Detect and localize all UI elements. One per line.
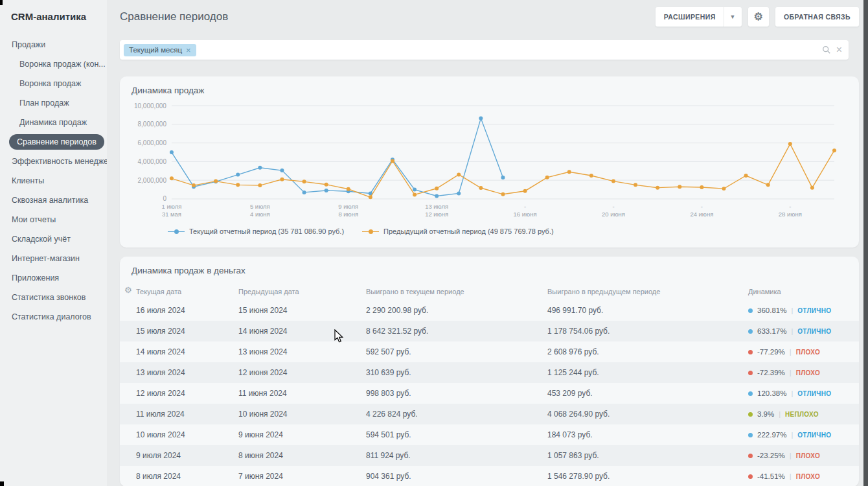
sidebar-item[interactable]: Сквозная аналитика bbox=[0, 191, 107, 210]
dynamics-cell: -23.25%|ПЛОХО bbox=[748, 452, 859, 459]
sidebar-item[interactable]: Приложения bbox=[0, 268, 107, 288]
table-settings-gear-icon[interactable]: ⚙ bbox=[124, 286, 132, 294]
table-row[interactable]: 12 июля 202411 июня 2024998 803 руб.453 … bbox=[120, 383, 859, 404]
current-date-cell: 13 июля 2024 bbox=[136, 368, 238, 377]
current-won-cell: 4 226 824 руб. bbox=[366, 410, 547, 419]
previous-won-cell: 1 178 754.06 руб. bbox=[547, 327, 748, 336]
sales-dynamics-chart: 02,000,0004,000,0006,000,0008,000,00010,… bbox=[131, 102, 842, 225]
svg-text:10,000,000: 10,000,000 bbox=[134, 102, 166, 110]
dynamics-percent: 120.38% bbox=[757, 389, 786, 397]
current-date-cell: 15 июля 2024 bbox=[136, 327, 238, 336]
table-row[interactable]: 11 июля 202410 июня 20244 226 824 руб.4 … bbox=[120, 404, 859, 424]
legend-label: Предыдущий отчетный период (49 875 769.7… bbox=[383, 227, 554, 235]
table-row[interactable]: 14 июля 202413 июня 2024592 507 руб.2 60… bbox=[120, 341, 859, 362]
cell-divider: | bbox=[790, 472, 792, 480]
previous-date-cell: 13 июня 2024 bbox=[238, 347, 366, 356]
sidebar-item[interactable]: Статистика звонков bbox=[0, 288, 107, 307]
current-won-cell: 310 639 руб. bbox=[366, 368, 547, 377]
sidebar-item[interactable]: Статистика диалогов bbox=[0, 307, 107, 327]
chart-title: Динамика продаж bbox=[131, 86, 842, 95]
current-won-cell: 592 507 руб. bbox=[366, 347, 547, 356]
previous-date-cell: 12 июня 2024 bbox=[238, 368, 366, 377]
current-won-cell: 594 501 руб. bbox=[366, 430, 547, 439]
status-label: НЕПЛОХО bbox=[785, 411, 819, 418]
table-row[interactable]: 16 июля 202415 июня 20242 290 200.98 руб… bbox=[120, 300, 859, 321]
filter-clear-icon[interactable]: × bbox=[836, 45, 842, 55]
settings-button[interactable]: ⚙ bbox=[748, 7, 769, 27]
search-icon[interactable] bbox=[822, 45, 831, 54]
table-row[interactable]: 13 июля 202412 июня 2024310 639 руб.1 12… bbox=[120, 362, 859, 383]
sidebar-item-label: Воронка продаж bbox=[19, 79, 81, 88]
table-row[interactable]: 15 июля 202414 июня 20248 642 321.52 руб… bbox=[120, 321, 859, 341]
dynamics-percent: -41.51% bbox=[757, 472, 785, 480]
sales-dynamics-card: Динамика продаж 02,000,0004,000,0006,000… bbox=[120, 76, 859, 248]
previous-date-cell: 8 июня 2024 bbox=[238, 451, 366, 460]
previous-won-cell: 184 073 руб. bbox=[547, 430, 748, 439]
svg-text:-: - bbox=[524, 203, 526, 210]
extensions-button[interactable]: РАСШИРЕНИЯ ▼ bbox=[656, 7, 742, 27]
status-label: ОТЛИЧНО bbox=[797, 307, 831, 314]
table-row[interactable]: 9 июля 20248 июня 2024811 924 руб.1 057 … bbox=[120, 445, 859, 466]
chevron-down-icon[interactable]: ▼ bbox=[724, 14, 742, 20]
sidebar-item[interactable]: План продаж bbox=[0, 93, 107, 113]
status-label: ПЛОХО bbox=[796, 452, 820, 459]
chip-close-icon[interactable]: × bbox=[186, 46, 191, 54]
column-header[interactable]: Предыдущая дата bbox=[238, 288, 366, 295]
sidebar-item-label: План продаж bbox=[19, 98, 69, 108]
cell-divider: | bbox=[791, 431, 793, 439]
column-header[interactable]: Выиграно в предыдущем периоде bbox=[547, 288, 748, 295]
filter-chip[interactable]: Текущий месяц × bbox=[124, 44, 196, 56]
column-header[interactable]: Выиграно в текущем периоде bbox=[366, 288, 547, 295]
sidebar-item[interactable]: Интернет-магазин bbox=[0, 249, 107, 268]
status-label: ОТЛИЧНО bbox=[797, 390, 831, 397]
svg-text:24 июня: 24 июня bbox=[690, 211, 713, 218]
table-row[interactable]: 8 июля 20247 июня 2024904 361 руб.1 546 … bbox=[120, 466, 859, 486]
dynamics-cell: 633.17%|ОТЛИЧНО bbox=[748, 327, 859, 335]
sidebar-item[interactable]: Эффективность менедже... bbox=[0, 152, 107, 171]
scrollbar[interactable] bbox=[863, 0, 868, 486]
column-header[interactable]: Текущая дата bbox=[136, 288, 238, 295]
current-date-cell: 10 июля 2024 bbox=[136, 430, 238, 439]
sidebar-item-label: Интернет-магазин bbox=[12, 254, 80, 263]
svg-text:-: - bbox=[612, 203, 614, 210]
svg-text:31 мая: 31 мая bbox=[162, 211, 181, 218]
sidebar-item-label: Мои отчеты bbox=[12, 215, 56, 224]
previous-won-cell: 496 991.70 руб. bbox=[547, 306, 748, 315]
filter-bar[interactable]: Текущий месяц × × bbox=[120, 40, 849, 60]
table-body: 16 июля 202415 июня 20242 290 200.98 руб… bbox=[120, 300, 859, 486]
cell-divider: | bbox=[790, 369, 792, 376]
sidebar-item[interactable]: Сравнение периодов bbox=[0, 132, 107, 152]
sidebar-item[interactable]: Воронка продаж bbox=[0, 74, 107, 93]
previous-date-cell: 9 июня 2024 bbox=[238, 430, 366, 439]
status-label: ПЛОХО bbox=[796, 349, 820, 356]
sidebar-item-label: Складской учёт bbox=[12, 235, 71, 244]
sidebar-item[interactable]: Продажи bbox=[0, 35, 107, 54]
feedback-button[interactable]: ОБРАТНАЯ СВЯЗЬ bbox=[775, 7, 859, 27]
status-dot-icon bbox=[748, 412, 753, 417]
chart-legend: Текущий отчетный период (35 781 086.90 р… bbox=[168, 227, 842, 235]
sidebar-item[interactable]: Клиенты bbox=[0, 171, 107, 191]
sidebar-item[interactable]: Складской учёт bbox=[0, 229, 107, 249]
cell-divider: | bbox=[791, 307, 793, 314]
status-dot-icon bbox=[748, 433, 753, 437]
previous-won-cell: 2 608 976 руб. bbox=[547, 347, 748, 356]
dynamics-percent: -72.39% bbox=[757, 369, 785, 376]
cell-divider: | bbox=[790, 452, 792, 459]
previous-date-cell: 7 июня 2024 bbox=[238, 472, 366, 481]
status-dot-icon bbox=[748, 474, 753, 479]
status-dot-icon bbox=[748, 371, 753, 375]
current-date-cell: 11 июля 2024 bbox=[136, 410, 238, 419]
previous-date-cell: 14 июня 2024 bbox=[238, 327, 366, 336]
svg-text:16 июня: 16 июня bbox=[514, 211, 537, 218]
legend-item[interactable]: Текущий отчетный период (35 781 086.90 р… bbox=[168, 227, 344, 235]
table-header: ⚙ Текущая датаПредыдущая датаВыиграно в … bbox=[120, 283, 859, 300]
legend-item[interactable]: Предыдущий отчетный период (49 875 769.7… bbox=[362, 227, 554, 235]
sidebar-item[interactable]: Мои отчеты bbox=[0, 210, 107, 229]
sidebar: CRM-аналитика ПродажиВоронка продаж (кон… bbox=[0, 0, 107, 486]
dynamics-cell: -77.29%|ПЛОХО bbox=[748, 348, 859, 356]
column-header[interactable]: Динамика bbox=[748, 288, 859, 295]
table-row[interactable]: 10 июля 20249 июня 2024594 501 руб.184 0… bbox=[120, 424, 859, 445]
dynamics-percent: -77.29% bbox=[757, 348, 785, 356]
sidebar-item[interactable]: Воронка продаж (кон... bbox=[0, 54, 107, 74]
sidebar-item[interactable]: Динамика продаж bbox=[0, 113, 107, 132]
